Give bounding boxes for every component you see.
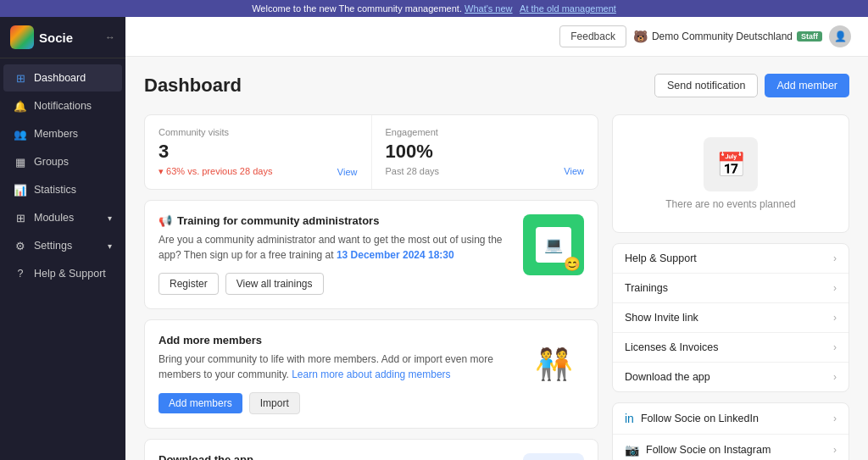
sidebar-item-label: Dashboard xyxy=(34,72,86,84)
trainings-link[interactable]: Trainings › xyxy=(613,274,849,303)
card-title: Add more members xyxy=(159,334,515,346)
top-banner: Welcome to the new The community managem… xyxy=(0,0,868,17)
chevron-right-icon: › xyxy=(833,413,837,424)
page-title: Dashboard xyxy=(144,75,242,97)
sidebar: Socie ↔ ⊞ Dashboard 🔔 Notifications 👥 Me… xyxy=(0,17,125,460)
right-column: 📅 There are no events planned Help & Sup… xyxy=(612,114,849,460)
header-bar: Feedback 🐻 Demo Community Deutschland St… xyxy=(125,17,868,57)
stat-value: 100% xyxy=(386,141,585,163)
statistics-icon: 📊 xyxy=(14,183,27,197)
stat-change: ▾ 63% vs. previous 28 days xyxy=(159,166,272,177)
help-support-link[interactable]: Help & Support › xyxy=(613,244,849,274)
community-badge: 🐻 Demo Community Deutschland Staff xyxy=(633,30,822,43)
help-links-card: Help & Support › Trainings › Show Invite… xyxy=(612,243,849,392)
social-link-left: in Follow Socie on LinkedIn xyxy=(625,412,759,425)
members-icon: 👥 xyxy=(14,127,27,141)
chevron-right-icon: › xyxy=(833,282,837,294)
stat-view-link[interactable]: View xyxy=(337,167,358,177)
sidebar-nav: ⊞ Dashboard 🔔 Notifications 👥 Members ▦ … xyxy=(0,58,125,460)
register-button[interactable]: Register xyxy=(159,273,219,295)
card-desc: Are you a community administrator and wa… xyxy=(159,232,515,263)
old-management-link[interactable]: At the old management xyxy=(520,3,616,14)
stats-row: Community visits 3 ▾ 63% vs. previous 28… xyxy=(144,114,598,190)
help-icon: ? xyxy=(14,267,27,280)
sidebar-item-settings[interactable]: ⚙ Settings ▾ xyxy=(3,232,122,259)
chevron-right-icon: › xyxy=(833,252,837,264)
sidebar-expand-button[interactable]: ↔ xyxy=(105,31,115,43)
linkedin-link[interactable]: in Follow Socie on LinkedIn › xyxy=(613,403,849,435)
community-icon: 🐻 xyxy=(633,30,648,43)
import-button[interactable]: Import xyxy=(249,392,300,414)
sidebar-item-statistics[interactable]: 📊 Statistics xyxy=(3,176,122,203)
stat-footer: ▾ 63% vs. previous 28 days View xyxy=(159,166,358,177)
send-notification-button[interactable]: Send notification xyxy=(654,74,758,97)
learn-more-link[interactable]: Learn more about adding members xyxy=(292,369,450,380)
licenses-invoices-link[interactable]: Licenses & Invoices › xyxy=(613,333,849,363)
card-title: 📢 Training for community administrators xyxy=(159,214,515,227)
community-name: Demo Community Deutschland xyxy=(652,30,793,42)
training-image: 💻 😊 xyxy=(523,214,584,275)
settings-icon: ⚙ xyxy=(14,239,27,252)
sidebar-item-members[interactable]: 👥 Members xyxy=(3,120,122,147)
sidebar-item-label: Members xyxy=(34,128,78,140)
sidebar-item-label: Groups xyxy=(34,156,69,168)
stat-footer: Past 28 days View xyxy=(386,166,585,176)
stat-period: Past 28 days xyxy=(386,166,440,176)
sidebar-item-label: Modules xyxy=(34,212,74,224)
add-members-button[interactable]: Add members xyxy=(159,393,242,413)
download-image: 📱 xyxy=(523,453,584,460)
sidebar-item-modules[interactable]: ⊞ Modules ▾ xyxy=(3,204,122,231)
chevron-right-icon: › xyxy=(833,371,837,383)
members-image: 🧑‍🤝‍🧑 xyxy=(523,334,584,395)
linkedin-icon: in xyxy=(625,412,634,425)
events-empty-text: There are no events planned xyxy=(665,198,795,210)
stat-community-visits: Community visits 3 ▾ 63% vs. previous 28… xyxy=(145,115,372,189)
social-link-left: 📷 Follow Socie on Instagram xyxy=(625,443,771,457)
chevron-down-icon: ▾ xyxy=(108,213,112,223)
view-all-trainings-button[interactable]: View all trainings xyxy=(225,273,324,295)
header-actions: Feedback 🐻 Demo Community Deutschland St… xyxy=(559,25,851,47)
sidebar-item-label: Settings xyxy=(34,240,72,252)
sidebar-item-help[interactable]: ? Help & Support xyxy=(3,260,122,287)
card-title: Download the app xyxy=(159,453,515,460)
groups-icon: ▦ xyxy=(14,155,27,169)
download-app-card: Download the app Managing the app can be… xyxy=(144,439,598,460)
sidebar-item-notifications[interactable]: 🔔 Notifications xyxy=(3,92,122,119)
chevron-right-icon: › xyxy=(833,312,837,324)
social-links-card: in Follow Socie on LinkedIn › 📷 Follow S… xyxy=(612,402,849,460)
sidebar-item-groups[interactable]: ▦ Groups xyxy=(3,148,122,175)
page-title-actions: Send notification Add member xyxy=(654,74,849,97)
sidebar-item-label: Statistics xyxy=(34,184,76,196)
sidebar-item-dashboard[interactable]: ⊞ Dashboard xyxy=(3,64,122,91)
show-invite-link[interactable]: Show Invite link › xyxy=(613,303,849,333)
download-app-link[interactable]: Download the app › xyxy=(613,363,849,391)
chevron-right-icon: › xyxy=(833,444,837,456)
left-column: Community visits 3 ▾ 63% vs. previous 28… xyxy=(144,114,598,460)
staff-badge: Staff xyxy=(797,31,822,42)
stat-label: Engagement xyxy=(386,127,585,137)
card-actions: Register View all trainings xyxy=(159,273,515,295)
modules-icon: ⊞ xyxy=(14,211,27,224)
calendar-icon: 📅 xyxy=(704,137,758,191)
avatar[interactable]: 👤 xyxy=(829,25,851,47)
sidebar-item-label: Help & Support xyxy=(34,268,106,280)
dashboard-icon: ⊞ xyxy=(14,71,27,85)
chevron-down-icon: ▾ xyxy=(108,241,112,251)
page-title-row: Dashboard Send notification Add member xyxy=(144,74,849,97)
card-actions: Add members Import xyxy=(159,392,515,414)
whats-new-link[interactable]: What's new xyxy=(465,3,513,14)
chevron-right-icon: › xyxy=(833,341,837,353)
stat-label: Community visits xyxy=(159,127,358,137)
feedback-button[interactable]: Feedback xyxy=(559,25,626,47)
stat-value: 3 xyxy=(159,141,358,163)
main-content: Feedback 🐻 Demo Community Deutschland St… xyxy=(125,17,868,460)
socie-logo-icon xyxy=(10,25,34,49)
notifications-icon: 🔔 xyxy=(14,99,27,113)
instagram-link[interactable]: 📷 Follow Socie on Instagram › xyxy=(613,435,849,460)
sidebar-item-label: Notifications xyxy=(34,100,92,112)
megaphone-icon: 📢 xyxy=(159,214,172,227)
sidebar-logo-text: Socie xyxy=(39,30,73,45)
add-member-button[interactable]: Add member xyxy=(765,74,849,97)
add-members-card: Add more members Bring your community to… xyxy=(144,319,598,429)
stat-view-link[interactable]: View xyxy=(564,166,584,176)
